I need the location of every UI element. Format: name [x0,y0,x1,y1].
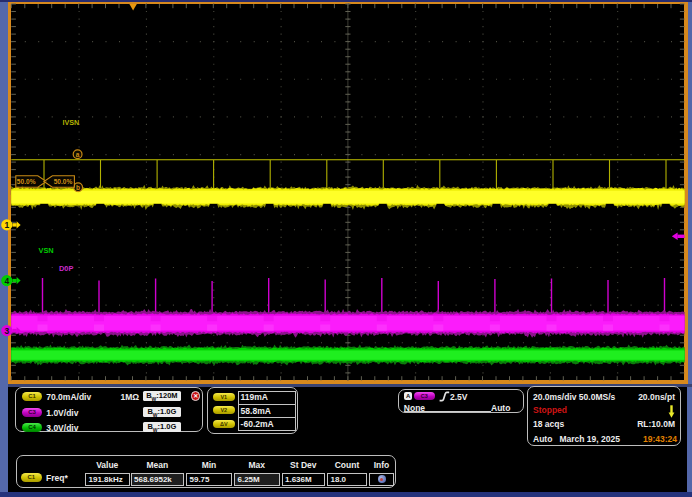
svg-text:D0P: D0P [59,264,73,273]
svg-text:IVSN: IVSN [63,118,80,127]
svg-text:a: a [76,151,80,158]
svg-text:b: b [76,184,80,191]
svg-text:4: 4 [4,276,9,286]
svg-text:1: 1 [4,220,9,230]
svg-text:VSN: VSN [39,246,54,255]
svg-text:3: 3 [4,326,9,336]
svg-text:50.0%: 50.0% [17,178,36,185]
svg-text:50.0%: 50.0% [54,178,73,185]
